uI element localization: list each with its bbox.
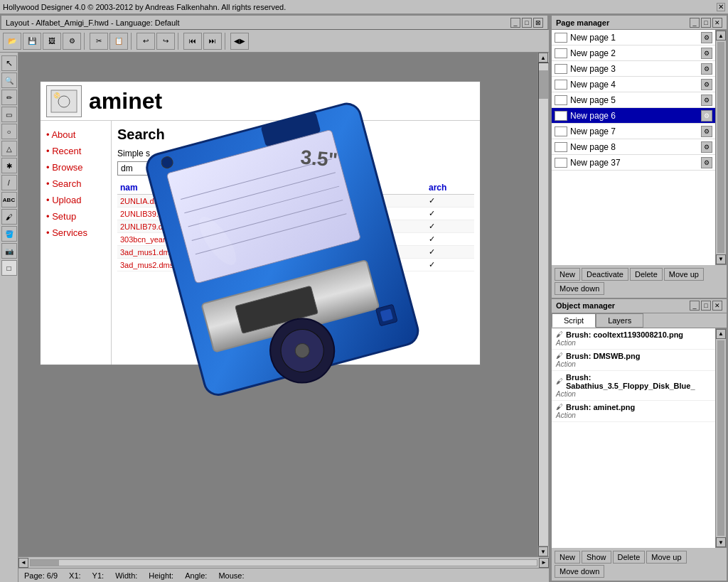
object-list-item[interactable]: 🖌Brush: aminet.pngAction [552, 401, 715, 422]
file-link[interactable]: 3ad_mus2.dms [120, 261, 173, 269]
obj-scroll-up[interactable]: ▲ [716, 329, 726, 339]
nav-recent[interactable]: Recent [41, 143, 111, 159]
page-list-item[interactable]: New page 1⚙ [552, 30, 715, 45]
maximize-btn[interactable]: □ [522, 18, 532, 28]
page-scroll-thumb[interactable] [717, 42, 724, 253]
scroll-track[interactable] [538, 63, 549, 546]
settings-btn[interactable]: ⚙ [63, 33, 81, 50]
pm-delete-btn[interactable]: Delete [630, 268, 663, 281]
om-show-btn[interactable]: Show [582, 551, 611, 564]
scroll-right-btn[interactable]: ► [539, 558, 549, 568]
undo-btn[interactable]: ↩ [136, 33, 155, 50]
file-link[interactable]: 3ad_mus1.dms [120, 248, 173, 257]
nav-about[interactable]: About [41, 126, 111, 143]
om-new-btn[interactable]: New [555, 551, 580, 564]
pencil-tool[interactable]: ✏ [1, 90, 17, 105]
prev-btn[interactable]: ⏮ [183, 33, 202, 50]
page-list-item[interactable]: New page 5⚙ [552, 92, 715, 108]
page-manager-buttons: New Deactivate Delete Move up Move down [552, 265, 727, 298]
minimize-btn[interactable]: _ [510, 18, 520, 28]
scroll-down-btn[interactable]: ▼ [538, 546, 548, 556]
camera-tool[interactable]: 📷 [1, 243, 17, 259]
om-close-btn[interactable]: ✕ [712, 301, 722, 311]
y-status: Y1: [92, 571, 105, 580]
page-settings-btn[interactable]: ⚙ [701, 32, 712, 43]
pm-min-btn[interactable]: _ [690, 18, 700, 28]
pm-movedown-btn[interactable]: Move down [555, 282, 604, 295]
obj-scroll-thumb[interactable] [717, 340, 724, 537]
tab-layers[interactable]: Layers [596, 313, 643, 328]
page-list-item[interactable]: New page 37⚙ [552, 155, 715, 171]
om-max-btn[interactable]: □ [701, 301, 711, 311]
line-tool[interactable]: / [1, 175, 17, 190]
page-list-item[interactable]: New page 2⚙ [552, 45, 715, 61]
object-list-item[interactable]: 🖌Brush: cooltext1193008210.pngAction [552, 328, 715, 350]
page-list-item[interactable]: New page 4⚙ [552, 77, 715, 92]
zoom-tool[interactable]: 🔍 [1, 72, 17, 88]
open-btn[interactable]: 📂 [3, 33, 21, 50]
om-delete-btn[interactable]: Delete [613, 551, 646, 564]
nav-browse[interactable]: Browse [41, 159, 111, 176]
page-manager-win-btns: _ □ ✕ [690, 18, 722, 28]
file-link[interactable]: 2UNLIA.dm [120, 197, 161, 205]
ellipse-tool[interactable]: ○ [1, 124, 17, 139]
star-tool[interactable]: ✱ [1, 158, 17, 173]
brush-tool[interactable]: 🖌 [1, 209, 17, 225]
om-moveup-btn[interactable]: Move up [646, 551, 686, 564]
fill-tool[interactable]: 🪣 [1, 226, 17, 242]
h-scroll-thumb[interactable] [31, 560, 59, 566]
page-settings-btn[interactable]: ⚙ [701, 110, 712, 122]
cut-btn[interactable]: ✂ [90, 33, 108, 50]
restore-btn[interactable]: ⊠ [533, 18, 543, 28]
search-input[interactable] [117, 161, 174, 176]
obj-scroll-down[interactable]: ▼ [716, 537, 726, 547]
pm-moveup-btn[interactable]: Move up [664, 268, 704, 281]
h-scroll-track[interactable] [30, 559, 537, 566]
canvas-area[interactable]: 📀 aminet About Recent [18, 53, 537, 556]
om-movedown-btn[interactable]: Move down [555, 565, 604, 578]
nav-upload[interactable]: Upload [41, 192, 111, 208]
scroll-thumb[interactable] [539, 70, 548, 99]
redo-btn[interactable]: ↪ [156, 33, 175, 50]
file-link[interactable]: 303bcn_yearEnds.dm [120, 235, 196, 244]
image-btn[interactable]: 🖼 [43, 33, 61, 50]
next-btn[interactable]: ⏭ [203, 33, 222, 50]
page-settings-btn[interactable]: ⚙ [701, 141, 712, 153]
close-btn[interactable]: ✕ [717, 3, 725, 11]
nav-setup[interactable]: Setup [41, 208, 111, 225]
om-min-btn[interactable]: _ [690, 301, 700, 311]
page-list-item[interactable]: New page 3⚙ [552, 61, 715, 77]
nav-btn[interactable]: ◀▶ [230, 33, 249, 50]
pm-deactivate-btn[interactable]: Deactivate [582, 268, 628, 281]
save-btn[interactable]: 💾 [23, 33, 41, 50]
file-link[interactable]: 2UNLIB39.dm [120, 210, 169, 218]
select-tool[interactable]: ↖ [1, 55, 17, 71]
rect-tool[interactable]: ▭ [1, 107, 17, 122]
page-settings-btn[interactable]: ⚙ [701, 48, 712, 59]
page-list-item[interactable]: New page 6⚙ [552, 108, 715, 124]
page-settings-btn[interactable]: ⚙ [701, 157, 712, 168]
page-scroll-down[interactable]: ▼ [716, 254, 726, 264]
page-list-item[interactable]: New page 7⚙ [552, 124, 715, 139]
page-settings-btn[interactable]: ⚙ [701, 79, 712, 90]
crop-tool[interactable]: □ [1, 260, 17, 276]
tab-script[interactable]: Script [552, 313, 596, 328]
pm-new-btn[interactable]: New [555, 268, 580, 281]
object-list-item[interactable]: 🖌Brush: DMSWB.pngAction [552, 350, 715, 371]
text-tool[interactable]: ABC [1, 192, 17, 208]
triangle-tool[interactable]: △ [1, 141, 17, 156]
pm-max-btn[interactable]: □ [701, 18, 711, 28]
scroll-left-btn[interactable]: ◄ [18, 558, 28, 568]
nav-search[interactable]: Search [41, 176, 111, 192]
page-scroll-up[interactable]: ▲ [716, 31, 726, 41]
scroll-up-btn[interactable]: ▲ [538, 53, 548, 63]
file-link[interactable]: 2UNLIB79.dms [120, 222, 173, 231]
paste-btn[interactable]: 📋 [109, 33, 128, 50]
pm-close-btn[interactable]: ✕ [712, 18, 722, 28]
page-settings-btn[interactable]: ⚙ [701, 63, 712, 75]
object-list-item[interactable]: 🖌Brush: Sabathius_3.5_Floppy_Disk_Blue_A… [552, 371, 715, 401]
page-list-item[interactable]: New page 8⚙ [552, 139, 715, 155]
page-settings-btn[interactable]: ⚙ [701, 126, 712, 137]
nav-services[interactable]: Services [41, 225, 111, 241]
page-settings-btn[interactable]: ⚙ [701, 95, 712, 106]
